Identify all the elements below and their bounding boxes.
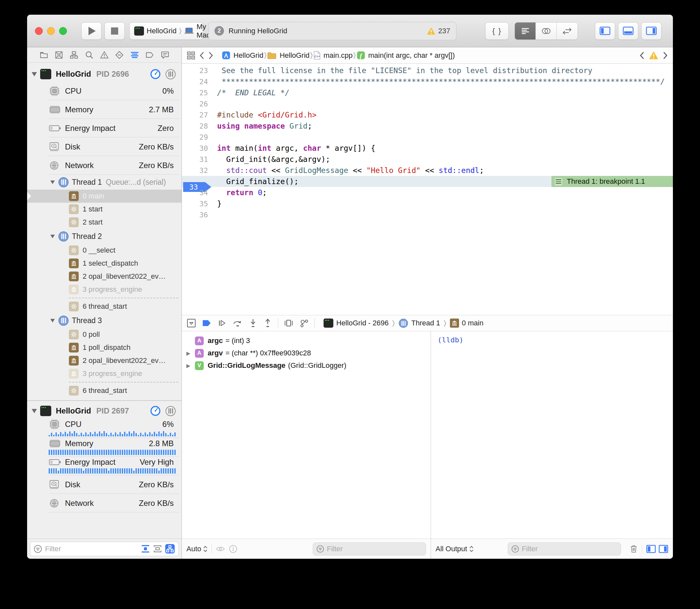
project-navigator-tab[interactable]: [39, 50, 49, 60]
code-line[interactable]: 30 int main(int argc, char * argv[]) {: [182, 143, 673, 154]
code-line[interactable]: 35 }: [182, 198, 673, 209]
quicklook-eye-icon[interactable]: [216, 545, 225, 553]
close-window-button[interactable]: [35, 27, 43, 35]
debug-process-label[interactable]: HelloGrid - 2696: [336, 319, 389, 327]
disclosure-triangle-icon[interactable]: [50, 180, 55, 184]
stack-frame-row[interactable]: 3 progress_engine: [27, 283, 182, 296]
breakpoint-gutter[interactable]: 27: [182, 111, 212, 119]
breadcrumb-item[interactable]: HelloGrid: [267, 51, 309, 60]
show-paused-only-toggle[interactable]: [141, 544, 150, 554]
variables-filter-field[interactable]: Filter: [313, 542, 426, 556]
navigator-filter-field[interactable]: Filter: [30, 542, 178, 556]
code-line[interactable]: 29: [182, 132, 673, 143]
code-line[interactable]: 36: [182, 209, 673, 220]
thread-row[interactable]: Thread 3: [27, 313, 182, 328]
show-crashed-only-toggle[interactable]: [153, 544, 162, 554]
memory-graph-button[interactable]: [299, 318, 309, 328]
disclosure-triangle-icon[interactable]: [50, 234, 55, 238]
find-navigator-tab[interactable]: [84, 50, 94, 60]
breadcrumb-item[interactable]: fmain(int argc, char * argv[]): [357, 51, 455, 60]
threads-view-icon[interactable]: [166, 406, 176, 416]
disclosure-triangle-icon[interactable]: ▶: [185, 363, 192, 369]
debug-thread-label[interactable]: Thread 1: [411, 319, 440, 327]
issue-navigator-tab[interactable]: [100, 50, 109, 60]
stat-row-energy-impact[interactable]: Energy ImpactZero: [27, 119, 182, 137]
disclosure-triangle-icon[interactable]: ▶: [185, 350, 192, 356]
console-output[interactable]: (lldb): [431, 331, 673, 539]
breakpoint-gutter[interactable]: 25: [182, 89, 212, 97]
stop-button[interactable]: [104, 22, 125, 40]
disclosure-triangle-icon[interactable]: [32, 409, 37, 413]
stack-frame-row[interactable]: 6 thread_start: [27, 384, 182, 397]
warning-count[interactable]: 237: [427, 27, 450, 35]
debug-navigator-tab[interactable]: [130, 50, 139, 60]
info-icon[interactable]: [229, 545, 237, 553]
debug-frame-label[interactable]: 0 main: [462, 319, 483, 327]
assistant-editor-button[interactable]: [536, 22, 557, 39]
breakpoint-gutter[interactable]: 35: [182, 200, 212, 208]
breakpoint-gutter[interactable]: 28: [182, 122, 212, 130]
breadcrumb-item[interactable]: C++main.cpp: [313, 51, 353, 60]
source-editor[interactable]: 23 See the full license in the file "LIC…: [182, 64, 673, 315]
related-items-icon[interactable]: [186, 51, 195, 60]
forward-button[interactable]: [208, 51, 214, 60]
code-line-current[interactable]: 33 Grid_finalize(); Thread 1: breakpoint…: [182, 176, 673, 187]
code-line[interactable]: 26: [182, 98, 673, 109]
view-mode-toggle[interactable]: [165, 544, 175, 554]
stat-row-cpu[interactable]: CPU6%: [27, 418, 182, 438]
stat-row-memory[interactable]: Memory2.8 MB: [27, 438, 182, 457]
breakpoint-gutter[interactable]: 26: [182, 100, 212, 108]
stack-frame-row[interactable]: 1 poll_dispatch: [27, 341, 182, 354]
library-button[interactable]: { }: [485, 22, 509, 40]
hide-debug-area-button[interactable]: [186, 318, 196, 328]
thread-row[interactable]: Thread 1Queue:...d (serial): [27, 175, 182, 190]
toggle-debug-area-button[interactable]: [618, 22, 638, 40]
stat-row-disk[interactable]: DiskZero KB/s: [27, 475, 182, 494]
zoom-window-button[interactable]: [59, 27, 67, 35]
stat-row-network[interactable]: NetworkZero KB/s: [27, 156, 182, 175]
breakpoint-gutter[interactable]: 23: [182, 67, 212, 75]
variable-row[interactable]: A argc= (int) 3: [182, 334, 431, 347]
variable-row[interactable]: ▶ A argv= (char **) 0x7ffee9039c28: [182, 347, 431, 359]
code-line[interactable]: 32 std::cout << GridLogMessage << "Hello…: [182, 165, 673, 176]
variables-scope-popup[interactable]: Auto: [186, 545, 208, 553]
process-row[interactable]: HelloGridPID 2697: [27, 403, 182, 418]
disclosure-triangle-icon[interactable]: [32, 72, 37, 76]
toggle-navigator-button[interactable]: [595, 22, 615, 40]
stat-row-disk[interactable]: DiskZero KB/s: [27, 137, 182, 156]
breakpoint-gutter[interactable]: 24: [182, 78, 212, 86]
code-line[interactable]: 23 See the full license in the file "LIC…: [182, 65, 673, 76]
stack-frame-row[interactable]: 1 start: [27, 203, 182, 216]
stack-frame-row[interactable]: 6 thread_start: [27, 300, 182, 313]
console-filter-field[interactable]: Filter: [508, 542, 621, 556]
breakpoint-gutter[interactable]: 32: [182, 167, 212, 175]
run-button[interactable]: [81, 22, 102, 40]
stat-row-cpu[interactable]: CPU0%: [27, 82, 182, 100]
breakpoint-gutter[interactable]: 36: [182, 211, 212, 219]
step-into-button[interactable]: [249, 318, 258, 328]
stat-row-energy-impact[interactable]: Energy ImpactVery High: [27, 457, 182, 475]
breakpoint-gutter[interactable]: 34: [182, 189, 212, 197]
breakpoint-gutter[interactable]: 31: [182, 155, 212, 163]
performance-gauges-icon[interactable]: [150, 69, 161, 80]
report-navigator-tab[interactable]: [160, 50, 170, 60]
console-output-popup[interactable]: All Output: [436, 545, 474, 553]
breakpoints-toggle-button[interactable]: [202, 319, 211, 327]
code-line[interactable]: 28 using namespace Grid;: [182, 120, 673, 132]
stack-frame-row[interactable]: 0 __select: [27, 244, 182, 257]
version-editor-button[interactable]: [557, 22, 578, 39]
stack-frame-row[interactable]: 2 opal_libevent2022_ev…: [27, 354, 182, 367]
source-control-navigator-tab[interactable]: [54, 50, 64, 60]
breadcrumb-item[interactable]: HelloGrid: [222, 51, 263, 60]
show-variables-view-toggle[interactable]: [646, 545, 656, 553]
breakpoint-gutter[interactable]: 30: [182, 144, 212, 152]
symbol-navigator-tab[interactable]: [69, 50, 79, 60]
breakpoint-gutter[interactable]: 29: [182, 133, 212, 141]
show-console-view-toggle[interactable]: [659, 545, 668, 553]
debug-view-hierarchy-button[interactable]: [284, 318, 293, 328]
activity-viewer[interactable]: 2 Running HelloGrid 237: [208, 22, 457, 40]
stack-frame-row[interactable]: 2 start: [27, 216, 182, 229]
thread-row[interactable]: Thread 2: [27, 229, 182, 244]
performance-gauges-icon[interactable]: [150, 405, 161, 416]
stack-frame-row[interactable]: 3 progress_engine: [27, 367, 182, 380]
